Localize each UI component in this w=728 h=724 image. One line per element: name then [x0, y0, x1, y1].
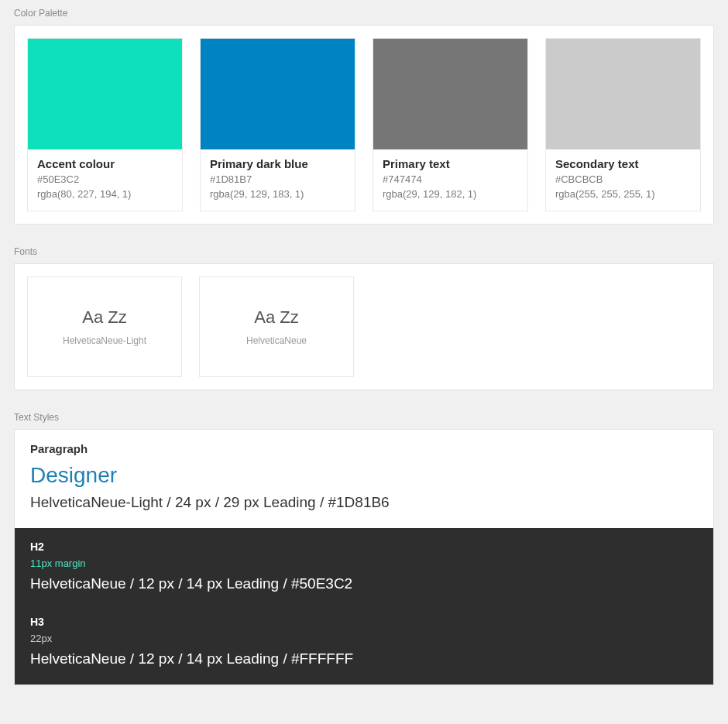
swatch-hex: #1D81B7 [210, 173, 345, 185]
swatch-info: Accent colour #50E3C2 rgba(80, 227, 194,… [28, 149, 182, 211]
swatch-rgba: rgba(29, 129, 182, 1) [383, 188, 518, 200]
swatch-hex: #747474 [383, 173, 518, 185]
color-swatch [546, 39, 700, 149]
swatch-card: Secondary text #CBCBCB rgba(255, 255, 25… [545, 38, 701, 211]
text-style-sample: Designer [30, 463, 698, 488]
color-swatch [373, 39, 527, 149]
section-label-palette: Color Palette [14, 8, 714, 19]
fonts-row: Aa Zz HelveticaNeue-Light Aa Zz Helvetic… [27, 276, 701, 377]
text-style-label: H3 [30, 616, 698, 628]
color-swatch [201, 39, 355, 149]
text-style-label: H2 [30, 540, 698, 553]
swatch-card: Accent colour #50E3C2 rgba(80, 227, 194,… [27, 38, 183, 211]
swatch-rgba: rgba(255, 255, 255, 1) [555, 188, 691, 200]
text-styles-panel: Paragraph Designer HelveticaNeue-Light /… [14, 429, 714, 685]
fonts-panel: Aa Zz HelveticaNeue-Light Aa Zz Helvetic… [14, 263, 714, 390]
swatch-rgba: rgba(29, 129, 183, 1) [210, 188, 345, 200]
color-swatch [28, 39, 182, 149]
swatch-info: Secondary text #CBCBCB rgba(255, 255, 25… [546, 149, 700, 211]
text-style-sample: 22px [30, 633, 698, 644]
swatch-name: Secondary text [555, 157, 691, 170]
swatch-card: Primary text #747474 rgba(29, 129, 182, … [373, 38, 528, 211]
text-style-spec: HelveticaNeue / 12 px / 14 px Leading / … [30, 650, 698, 667]
font-sample: Aa Zz [82, 307, 126, 328]
text-style-spec: HelveticaNeue-Light / 24 px / 29 px Lead… [30, 494, 698, 511]
palette-panel: Accent colour #50E3C2 rgba(80, 227, 194,… [14, 25, 714, 225]
swatch-info: Primary dark blue #1D81B7 rgba(29, 129, … [201, 149, 355, 211]
swatch-name: Primary text [383, 157, 518, 170]
swatch-hex: #CBCBCB [555, 173, 691, 185]
font-sample: Aa Zz [254, 307, 298, 328]
font-name: HelveticaNeue [246, 335, 307, 346]
palette-row: Accent colour #50E3C2 rgba(80, 227, 194,… [27, 38, 701, 211]
text-style-spec: HelveticaNeue / 12 px / 14 px Leading / … [30, 575, 698, 592]
section-label-fonts: Fonts [14, 246, 714, 257]
font-card: Aa Zz HelveticaNeue-Light [27, 276, 182, 377]
swatch-rgba: rgba(80, 227, 194, 1) [37, 188, 173, 200]
text-style-label: Paragraph [30, 442, 698, 455]
text-style-dark-block: H2 11px margin HelveticaNeue / 12 px / 1… [15, 528, 713, 685]
section-label-text-styles: Text Styles [14, 412, 714, 423]
swatch-info: Primary text #747474 rgba(29, 129, 182, … [373, 149, 527, 211]
swatch-hex: #50E3C2 [37, 173, 173, 185]
text-style-sample: 11px margin [30, 558, 698, 569]
swatch-card: Primary dark blue #1D81B7 rgba(29, 129, … [200, 38, 355, 211]
font-name: HelveticaNeue-Light [63, 335, 146, 346]
text-style-paragraph: Paragraph Designer HelveticaNeue-Light /… [15, 430, 713, 528]
font-card: Aa Zz HelveticaNeue [199, 276, 354, 377]
swatch-name: Accent colour [37, 157, 173, 170]
swatch-name: Primary dark blue [210, 157, 345, 170]
